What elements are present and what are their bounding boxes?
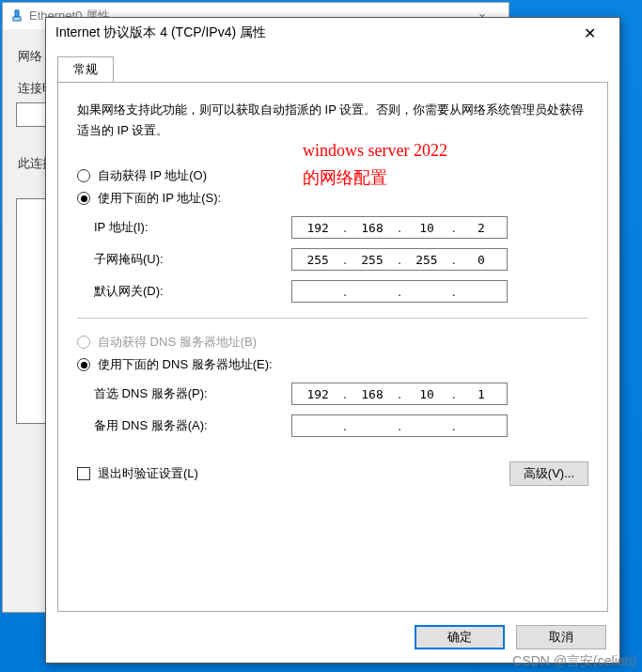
- radio-manual-ip-label: 使用下面的 IP 地址(S):: [98, 190, 221, 207]
- dns1-label: 首选 DNS 服务器(P):: [94, 385, 291, 402]
- advanced-button[interactable]: 高级(V)...: [509, 461, 588, 486]
- ip-octet-2[interactable]: [347, 218, 398, 237]
- subnet-mask-row: 子网掩码(U): . . .: [94, 248, 588, 271]
- radio-manual-ip[interactable]: 使用下面的 IP 地址(S):: [77, 190, 588, 207]
- description-text: 如果网络支持此功能，则可以获取自动指派的 IP 设置。否则，你需要从网络系统管理…: [77, 100, 588, 141]
- mask-octet-1[interactable]: [292, 250, 343, 269]
- gateway-label: 默认网关(D):: [94, 283, 291, 300]
- tab-general[interactable]: 常规: [57, 56, 114, 83]
- dns1-input[interactable]: . . .: [291, 383, 508, 405]
- radio-icon: [77, 336, 90, 349]
- radio-manual-dns[interactable]: 使用下面的 DNS 服务器地址(E):: [77, 356, 588, 373]
- mask-octet-3[interactable]: [401, 250, 452, 269]
- dns1-octet-4[interactable]: [456, 384, 507, 403]
- svg-rect-1: [13, 17, 21, 21]
- radio-auto-dns-label: 自动获得 DNS 服务器地址(B): [98, 334, 257, 351]
- radio-manual-dns-label: 使用下面的 DNS 服务器地址(E):: [98, 356, 273, 373]
- dialog-close-button[interactable]: ✕: [569, 20, 610, 46]
- separator: [77, 318, 588, 319]
- validate-checkbox[interactable]: [77, 467, 90, 480]
- dns2-octet-2[interactable]: [347, 416, 398, 435]
- subnet-mask-input[interactable]: . . .: [291, 248, 508, 271]
- dns2-octet-3[interactable]: [401, 416, 452, 435]
- dns2-label: 备用 DNS 服务器(A):: [94, 417, 291, 434]
- cancel-button[interactable]: 取消: [516, 625, 606, 649]
- gateway-input[interactable]: . . .: [291, 280, 508, 303]
- ok-button[interactable]: 确定: [415, 625, 505, 649]
- gateway-row: 默认网关(D): . . .: [94, 280, 588, 303]
- ip-address-row: IP 地址(I): . . .: [94, 216, 588, 239]
- gw-octet-4[interactable]: [456, 282, 507, 301]
- tab-content: 如果网络支持此功能，则可以获取自动指派的 IP 设置。否则，你需要从网络系统管理…: [57, 82, 608, 612]
- dialog-title: Internet 协议版本 4 (TCP/IPv4) 属性: [55, 24, 266, 41]
- tab-strip: 常规: [46, 48, 619, 82]
- ip-octet-1[interactable]: [292, 218, 343, 237]
- radio-icon: [77, 169, 90, 182]
- ip-octet-3[interactable]: [401, 218, 452, 237]
- gw-octet-1[interactable]: [292, 282, 343, 301]
- mask-octet-4[interactable]: [456, 250, 507, 269]
- dns2-octet-1[interactable]: [292, 416, 343, 435]
- ip-octet-4[interactable]: [456, 218, 507, 237]
- mask-octet-2[interactable]: [347, 250, 398, 269]
- svg-rect-0: [15, 10, 19, 17]
- gw-octet-3[interactable]: [401, 282, 452, 301]
- radio-auto-ip[interactable]: 自动获得 IP 地址(O): [77, 167, 588, 184]
- dns2-octet-4[interactable]: [456, 416, 507, 435]
- ipv4-properties-dialog: Internet 协议版本 4 (TCP/IPv4) 属性 ✕ 常规 如果网络支…: [45, 17, 620, 664]
- dialog-footer: 确定 取消: [46, 612, 619, 663]
- radio-icon: [77, 358, 90, 371]
- network-adapter-icon: [10, 9, 23, 23]
- dns1-octet-2[interactable]: [347, 384, 398, 403]
- dns1-row: 首选 DNS 服务器(P): . . .: [94, 383, 588, 405]
- dns2-input[interactable]: . . .: [291, 414, 508, 437]
- subnet-mask-label: 子网掩码(U):: [94, 251, 291, 268]
- radio-icon: [77, 192, 90, 205]
- ip-address-label: IP 地址(I):: [94, 219, 291, 236]
- validate-label: 退出时验证设置(L): [98, 465, 198, 482]
- radio-auto-dns: 自动获得 DNS 服务器地址(B): [77, 334, 588, 351]
- gw-octet-2[interactable]: [347, 282, 398, 301]
- dns2-row: 备用 DNS 服务器(A): . . .: [94, 414, 588, 437]
- dns1-octet-3[interactable]: [401, 384, 452, 403]
- dns1-octet-1[interactable]: [292, 384, 343, 403]
- dialog-titlebar: Internet 协议版本 4 (TCP/IPv4) 属性 ✕: [46, 18, 619, 48]
- radio-auto-ip-label: 自动获得 IP 地址(O): [98, 167, 207, 184]
- ip-address-input[interactable]: . . .: [291, 216, 508, 239]
